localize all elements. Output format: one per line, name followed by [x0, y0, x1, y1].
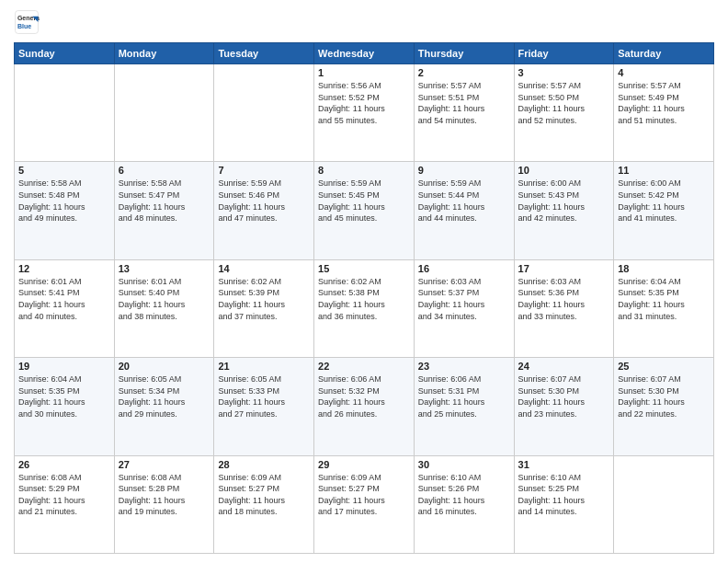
day-number: 10	[518, 165, 610, 176]
day-number: 24	[518, 361, 610, 372]
calendar-cell-4-0: 26Sunrise: 6:08 AM Sunset: 5:29 PM Dayli…	[15, 455, 115, 553]
day-info: Sunrise: 5:59 AM Sunset: 5:46 PM Dayligh…	[218, 178, 310, 224]
calendar-cell-3-2: 21Sunrise: 6:05 AM Sunset: 5:33 PM Dayli…	[214, 358, 314, 455]
day-number: 13	[119, 263, 210, 274]
day-info: Sunrise: 5:57 AM Sunset: 5:49 PM Dayligh…	[618, 80, 710, 126]
calendar-cell-4-3: 29Sunrise: 6:09 AM Sunset: 5:27 PM Dayli…	[314, 455, 415, 553]
day-info: Sunrise: 6:03 AM Sunset: 5:36 PM Dayligh…	[518, 276, 610, 322]
day-info: Sunrise: 6:01 AM Sunset: 5:41 PM Dayligh…	[18, 276, 110, 322]
day-info: Sunrise: 6:07 AM Sunset: 5:30 PM Dayligh…	[518, 373, 610, 419]
day-number: 3	[518, 67, 610, 78]
day-number: 25	[618, 361, 710, 372]
day-info: Sunrise: 6:04 AM Sunset: 5:35 PM Dayligh…	[18, 373, 110, 419]
day-info: Sunrise: 6:05 AM Sunset: 5:34 PM Dayligh…	[119, 373, 210, 419]
calendar-cell-0-3: 1Sunrise: 5:56 AM Sunset: 5:52 PM Daylig…	[314, 64, 415, 162]
day-number: 19	[18, 361, 110, 372]
day-info: Sunrise: 5:58 AM Sunset: 5:47 PM Dayligh…	[119, 178, 210, 224]
calendar-cell-1-1: 6Sunrise: 5:58 AM Sunset: 5:47 PM Daylig…	[114, 162, 214, 259]
page: General Blue SundayMondayTuesdayWednesda…	[0, 0, 728, 563]
day-number: 31	[518, 459, 610, 470]
calendar-cell-3-3: 22Sunrise: 6:06 AM Sunset: 5:32 PM Dayli…	[314, 358, 415, 455]
day-number: 17	[518, 263, 610, 274]
calendar-cell-1-5: 10Sunrise: 6:00 AM Sunset: 5:43 PM Dayli…	[514, 162, 614, 259]
day-number: 29	[318, 459, 410, 470]
day-number: 15	[318, 263, 410, 274]
day-number: 26	[18, 459, 110, 470]
calendar-cell-1-3: 8Sunrise: 5:59 AM Sunset: 5:45 PM Daylig…	[314, 162, 415, 259]
day-number: 5	[18, 165, 110, 176]
day-number: 6	[119, 165, 210, 176]
day-info: Sunrise: 6:02 AM Sunset: 5:38 PM Dayligh…	[318, 276, 410, 322]
svg-text:Blue: Blue	[17, 23, 31, 29]
day-number: 14	[218, 263, 310, 274]
calendar-cell-4-4: 30Sunrise: 6:10 AM Sunset: 5:26 PM Dayli…	[414, 455, 514, 553]
calendar-cell-0-0	[15, 64, 115, 162]
calendar-cell-2-0: 12Sunrise: 6:01 AM Sunset: 5:41 PM Dayli…	[15, 259, 115, 357]
calendar-row-2: 12Sunrise: 6:01 AM Sunset: 5:41 PM Dayli…	[15, 259, 714, 357]
calendar-cell-2-4: 16Sunrise: 6:03 AM Sunset: 5:37 PM Dayli…	[414, 259, 514, 357]
calendar-cell-0-5: 3Sunrise: 5:57 AM Sunset: 5:50 PM Daylig…	[514, 64, 614, 162]
calendar-row-0: 1Sunrise: 5:56 AM Sunset: 5:52 PM Daylig…	[15, 64, 714, 162]
svg-rect-0	[16, 11, 39, 34]
day-info: Sunrise: 6:10 AM Sunset: 5:26 PM Dayligh…	[418, 472, 510, 518]
weekday-header-tuesday: Tuesday	[214, 43, 314, 64]
calendar-cell-4-5: 31Sunrise: 6:10 AM Sunset: 5:25 PM Dayli…	[514, 455, 614, 553]
calendar-cell-1-0: 5Sunrise: 5:58 AM Sunset: 5:48 PM Daylig…	[15, 162, 115, 259]
weekday-header-friday: Friday	[514, 43, 614, 64]
calendar-cell-0-4: 2Sunrise: 5:57 AM Sunset: 5:51 PM Daylig…	[414, 64, 514, 162]
day-info: Sunrise: 5:57 AM Sunset: 5:50 PM Dayligh…	[518, 80, 610, 126]
day-number: 2	[418, 67, 510, 78]
calendar-cell-1-6: 11Sunrise: 6:00 AM Sunset: 5:42 PM Dayli…	[614, 162, 714, 259]
day-number: 21	[218, 361, 310, 372]
day-number: 16	[418, 263, 510, 274]
calendar-row-1: 5Sunrise: 5:58 AM Sunset: 5:48 PM Daylig…	[15, 162, 714, 259]
day-info: Sunrise: 6:06 AM Sunset: 5:32 PM Dayligh…	[318, 373, 410, 419]
day-number: 9	[418, 165, 510, 176]
day-number: 11	[618, 165, 710, 176]
day-number: 18	[618, 263, 710, 274]
weekday-header-sunday: Sunday	[15, 43, 115, 64]
day-number: 12	[18, 263, 110, 274]
day-info: Sunrise: 6:08 AM Sunset: 5:28 PM Dayligh…	[119, 472, 210, 518]
weekday-header-saturday: Saturday	[614, 43, 714, 64]
header: General Blue	[14, 9, 714, 35]
day-info: Sunrise: 6:05 AM Sunset: 5:33 PM Dayligh…	[218, 373, 310, 419]
day-info: Sunrise: 6:01 AM Sunset: 5:40 PM Dayligh…	[119, 276, 210, 322]
calendar-cell-4-1: 27Sunrise: 6:08 AM Sunset: 5:28 PM Dayli…	[114, 455, 214, 553]
calendar-cell-2-5: 17Sunrise: 6:03 AM Sunset: 5:36 PM Dayli…	[514, 259, 614, 357]
day-number: 20	[119, 361, 210, 372]
calendar-cell-2-6: 18Sunrise: 6:04 AM Sunset: 5:35 PM Dayli…	[614, 259, 714, 357]
calendar-cell-3-4: 23Sunrise: 6:06 AM Sunset: 5:31 PM Dayli…	[414, 358, 514, 455]
day-info: Sunrise: 5:59 AM Sunset: 5:45 PM Dayligh…	[318, 178, 410, 224]
calendar-table: SundayMondayTuesdayWednesdayThursdayFrid…	[14, 42, 714, 554]
calendar-cell-3-5: 24Sunrise: 6:07 AM Sunset: 5:30 PM Dayli…	[514, 358, 614, 455]
calendar-cell-2-1: 13Sunrise: 6:01 AM Sunset: 5:40 PM Dayli…	[114, 259, 214, 357]
day-number: 27	[119, 459, 210, 470]
day-number: 8	[318, 165, 410, 176]
calendar-row-4: 26Sunrise: 6:08 AM Sunset: 5:29 PM Dayli…	[15, 455, 714, 553]
day-number: 22	[318, 361, 410, 372]
day-info: Sunrise: 6:06 AM Sunset: 5:31 PM Dayligh…	[418, 373, 510, 419]
calendar-cell-3-1: 20Sunrise: 6:05 AM Sunset: 5:34 PM Dayli…	[114, 358, 214, 455]
calendar-cell-3-0: 19Sunrise: 6:04 AM Sunset: 5:35 PM Dayli…	[15, 358, 115, 455]
day-info: Sunrise: 6:03 AM Sunset: 5:37 PM Dayligh…	[418, 276, 510, 322]
calendar-cell-2-3: 15Sunrise: 6:02 AM Sunset: 5:38 PM Dayli…	[314, 259, 415, 357]
day-number: 7	[218, 165, 310, 176]
weekday-header-row: SundayMondayTuesdayWednesdayThursdayFrid…	[15, 43, 714, 64]
calendar-cell-0-1	[114, 64, 214, 162]
day-info: Sunrise: 5:56 AM Sunset: 5:52 PM Dayligh…	[318, 80, 410, 126]
day-info: Sunrise: 6:08 AM Sunset: 5:29 PM Dayligh…	[18, 472, 110, 518]
day-info: Sunrise: 6:00 AM Sunset: 5:43 PM Dayligh…	[518, 178, 610, 224]
calendar-cell-0-6: 4Sunrise: 5:57 AM Sunset: 5:49 PM Daylig…	[614, 64, 714, 162]
calendar-cell-2-2: 14Sunrise: 6:02 AM Sunset: 5:39 PM Dayli…	[214, 259, 314, 357]
day-info: Sunrise: 6:07 AM Sunset: 5:30 PM Dayligh…	[618, 373, 710, 419]
calendar-cell-1-2: 7Sunrise: 5:59 AM Sunset: 5:46 PM Daylig…	[214, 162, 314, 259]
day-info: Sunrise: 6:10 AM Sunset: 5:25 PM Dayligh…	[518, 472, 610, 518]
day-info: Sunrise: 6:04 AM Sunset: 5:35 PM Dayligh…	[618, 276, 710, 322]
day-info: Sunrise: 6:02 AM Sunset: 5:39 PM Dayligh…	[218, 276, 310, 322]
logo-icon: General Blue	[14, 9, 40, 35]
calendar-cell-0-2	[214, 64, 314, 162]
day-number: 30	[418, 459, 510, 470]
day-number: 4	[618, 67, 710, 78]
calendar-cell-4-2: 28Sunrise: 6:09 AM Sunset: 5:27 PM Dayli…	[214, 455, 314, 553]
